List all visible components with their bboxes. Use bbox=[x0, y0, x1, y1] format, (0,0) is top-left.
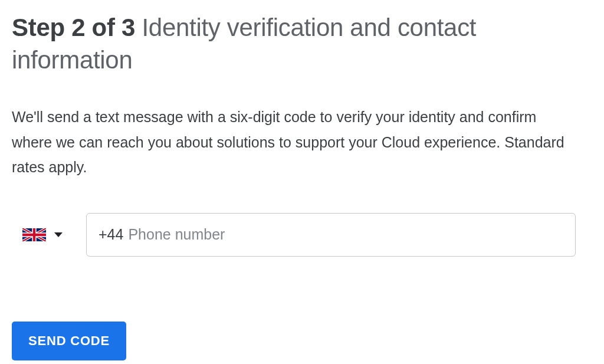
send-code-button[interactable]: SEND CODE bbox=[12, 322, 126, 360]
uk-flag-icon bbox=[22, 228, 46, 241]
step-label: Step 2 of 3 bbox=[12, 14, 135, 41]
country-code-selector[interactable] bbox=[12, 228, 63, 241]
phone-input-container[interactable]: +44 bbox=[86, 213, 576, 257]
dial-code-prefix: +44 bbox=[99, 226, 123, 243]
phone-input-row: +44 bbox=[12, 213, 592, 257]
page-heading: Step 2 of 3 Identity verification and co… bbox=[12, 12, 592, 76]
chevron-down-icon bbox=[54, 232, 63, 237]
phone-number-input[interactable] bbox=[128, 226, 563, 243]
description-text: We'll send a text message with a six-dig… bbox=[12, 104, 578, 180]
